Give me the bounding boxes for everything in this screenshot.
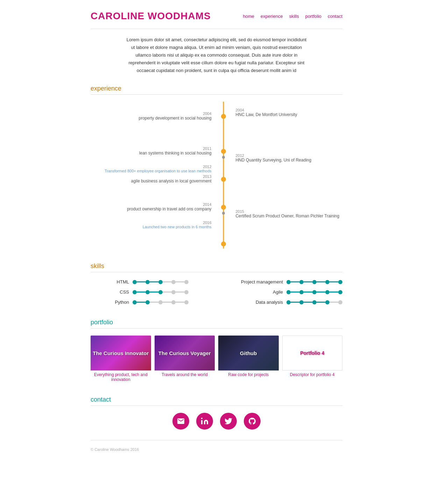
dot-2015 bbox=[222, 212, 225, 215]
portfolio-thumb-3: Github bbox=[218, 336, 279, 370]
svg-point-0 bbox=[201, 418, 203, 419]
portfolio-title: portfolio bbox=[91, 319, 342, 326]
nav-experience[interactable]: experience bbox=[261, 14, 283, 19]
tl-2011-left: 2011 lean systems thinking in social hou… bbox=[139, 146, 219, 156]
dot-2012-small bbox=[222, 156, 225, 159]
skills-divider bbox=[91, 272, 342, 272]
skills-grid: HTML CSS bbox=[91, 279, 342, 305]
footer-text: © Caroline Woodhams 2016 bbox=[91, 447, 342, 452]
skill-python: Python bbox=[91, 300, 210, 305]
portfolio-thumb-2: The Curious Voyager bbox=[155, 336, 215, 370]
github-icon bbox=[248, 417, 256, 425]
timeline-line bbox=[223, 102, 224, 249]
linkedin-icon bbox=[200, 417, 209, 425]
tl-2004-left: 2004 property development in social hous… bbox=[139, 111, 218, 121]
site-title: CAROLINE WOODHAMS bbox=[91, 10, 211, 22]
skill-agile-label: Agile bbox=[237, 289, 283, 295]
experience-divider bbox=[91, 94, 342, 95]
portfolio-divider bbox=[91, 328, 342, 329]
portfolio-item-4[interactable]: Portfolio 4 Descriptor for portfolio 4 bbox=[282, 336, 343, 382]
skill-python-label: Python bbox=[91, 300, 129, 305]
tl-2012-right: 2012 HND Quantity Surveying, Uni of Read… bbox=[228, 153, 311, 163]
skill-python-bar bbox=[133, 300, 189, 304]
contact-title: contact bbox=[91, 396, 342, 403]
skill-data-bar bbox=[286, 300, 342, 304]
nav-home[interactable]: home bbox=[243, 14, 255, 19]
experience-title: experience bbox=[91, 85, 342, 92]
skills-section: skills HTML bbox=[91, 262, 342, 305]
portfolio-label-3: Github bbox=[238, 348, 258, 358]
github-icon-button[interactable] bbox=[244, 413, 261, 430]
intro-text: Lorem ipsum dolor sit amet, consectetur … bbox=[126, 36, 307, 74]
skill-html-label: HTML bbox=[91, 279, 129, 285]
page-container: CAROLINE WOODHAMS home experience skills… bbox=[84, 0, 349, 462]
nav-skills[interactable]: skills bbox=[289, 14, 299, 19]
timeline: 2004 property development in social hous… bbox=[98, 102, 349, 249]
nav-portfolio[interactable]: portfolio bbox=[305, 14, 321, 19]
skills-title: skills bbox=[91, 262, 342, 270]
social-icons bbox=[91, 413, 342, 430]
tl-2012-detail: 2012 Transformed 800+ employee organisat… bbox=[105, 165, 219, 173]
skill-html-dots bbox=[133, 280, 189, 284]
portfolio-item-1[interactable]: The Curious Innovator Everything product… bbox=[91, 336, 151, 382]
contact-section: contact bbox=[91, 396, 342, 430]
tl-2016-detail: 2016 Launched two new products in 6 mont… bbox=[143, 221, 219, 229]
skill-agile: Agile bbox=[223, 289, 342, 295]
skill-html: HTML bbox=[91, 279, 210, 285]
portfolio-item-2[interactable]: The Curious Voyager Travels around the w… bbox=[155, 336, 215, 382]
dot-2014 bbox=[221, 205, 226, 210]
skills-left: HTML CSS bbox=[91, 279, 210, 305]
twitter-icon bbox=[224, 417, 233, 425]
skill-css-label: CSS bbox=[91, 289, 129, 295]
header: CAROLINE WOODHAMS home experience skills… bbox=[91, 10, 342, 22]
dot-2013 bbox=[221, 177, 226, 182]
portfolio-desc-2: Travels around the world bbox=[155, 372, 215, 377]
portfolio-label-4: Portfolio 4 bbox=[298, 348, 326, 358]
portfolio-thumb-1: The Curious Innovator bbox=[91, 336, 151, 370]
tl-2004-right: 2004 HNC Law, De Montfort University bbox=[228, 108, 297, 117]
tl-2015-right: 2015 Certified Scrum Product Owner, Roma… bbox=[228, 209, 339, 218]
skill-pm: Project management bbox=[223, 279, 342, 285]
portfolio-desc-3: Raw code for projects bbox=[218, 372, 279, 377]
email-icon-button[interactable] bbox=[172, 413, 189, 430]
footer-divider bbox=[91, 440, 342, 440]
skill-css: CSS bbox=[91, 289, 210, 295]
email-icon bbox=[177, 417, 185, 425]
skill-data-label: Data analysis bbox=[237, 300, 283, 305]
skill-css-bar bbox=[133, 290, 189, 294]
header-divider bbox=[91, 29, 342, 29]
skills-right: Project management Agile bbox=[223, 279, 342, 305]
nav: home experience skills portfolio contact bbox=[243, 14, 342, 19]
nav-contact[interactable]: contact bbox=[328, 14, 342, 19]
linkedin-icon-button[interactable] bbox=[196, 413, 213, 430]
twitter-icon-button[interactable] bbox=[220, 413, 237, 430]
dot-2004 bbox=[221, 114, 226, 119]
dot-2011 bbox=[221, 149, 226, 154]
portfolio-thumb-4: Portfolio 4 bbox=[282, 336, 343, 370]
experience-section: experience 2004 property development in … bbox=[91, 85, 342, 249]
portfolio-section: portfolio The Curious Innovator Everythi… bbox=[91, 319, 342, 382]
portfolio-label-2: The Curious Voyager bbox=[157, 348, 213, 358]
skill-data: Data analysis bbox=[223, 300, 342, 305]
contact-divider bbox=[91, 405, 342, 406]
skill-pm-label: Project management bbox=[237, 279, 283, 285]
portfolio-desc-1: Everything product, tech and innovation bbox=[91, 372, 151, 382]
skill-pm-bar bbox=[286, 280, 342, 284]
tl-2013-left: 2013 agile business analysis in local go… bbox=[131, 174, 218, 183]
portfolio-desc-4: Descriptor for portfolio 4 bbox=[282, 372, 343, 377]
portfolio-label-1: The Curious Innovator bbox=[91, 348, 150, 358]
portfolio-grid: The Curious Innovator Everything product… bbox=[91, 336, 342, 382]
skill-agile-bar bbox=[286, 290, 342, 294]
dot-2016 bbox=[221, 242, 226, 246]
portfolio-item-3[interactable]: Github Raw code for projects bbox=[218, 336, 279, 382]
tl-2014-left: 2014 product ownership in travel add ons… bbox=[127, 202, 218, 211]
skill-html-bar bbox=[133, 280, 189, 284]
